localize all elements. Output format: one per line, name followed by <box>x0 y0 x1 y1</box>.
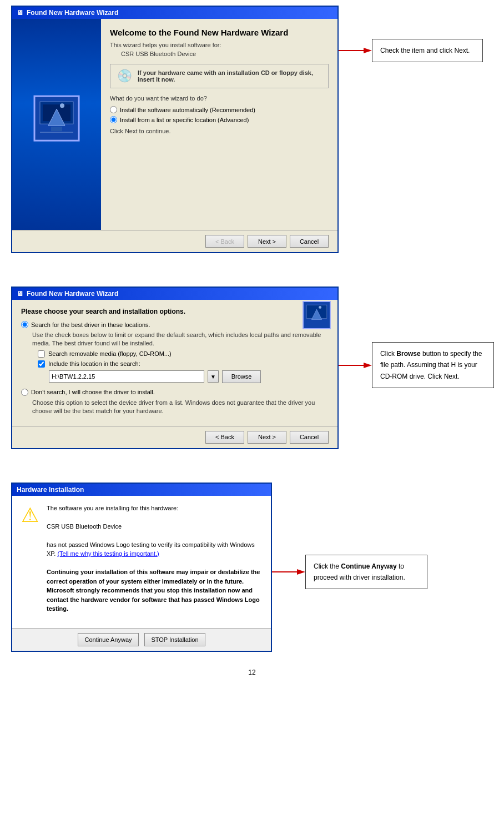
dialog-1-titlebar: 🖥 Found New Hardware Wizard <box>12 7 337 19</box>
annotation-group-1: Check the item and click Next. <box>339 39 483 62</box>
radio-dont-search-input[interactable] <box>21 389 28 396</box>
hw-install-text: The software you are installing for this… <box>47 504 262 614</box>
cd-icon: 💿 <box>117 69 132 83</box>
sidebar-hw-icon <box>32 93 82 145</box>
warning-line1: has not passed Windows Logo testing to v… <box>47 540 262 559</box>
svg-marker-8 <box>364 48 372 53</box>
dialog-2-wrapper: 🖥 Found New Hardware Wizard Please choo <box>11 287 339 466</box>
wizard-device-1: CSR USB Bluetooth Device <box>121 51 329 57</box>
radio-automatic[interactable] <box>110 106 117 113</box>
svg-rect-4 <box>51 127 62 131</box>
warning-link[interactable]: (Tell me why this testing is important.) <box>57 550 159 557</box>
option-section-1: Search for the best driver in these loca… <box>21 321 329 383</box>
checkbox-row-1[interactable]: Search removable media (floppy, CD-ROM..… <box>38 350 329 358</box>
click-next-text-1: Click Next to continue. <box>110 128 329 134</box>
dialog-1-body: Welcome to the Found New Hardware Wizard… <box>12 19 337 252</box>
hw-install-header: ⚠ The software you are installing for th… <box>21 504 262 614</box>
cd-insert-box: 💿 If your hardware came with an installa… <box>110 64 329 88</box>
hardware-svg-icon <box>32 93 82 143</box>
top-right-icon <box>301 300 332 332</box>
wizard-heading-1: Welcome to the Found New Hardware Wizard <box>110 28 329 37</box>
radio-dont-search[interactable]: Don't search, I will choose the driver t… <box>21 389 329 396</box>
warning-device: CSR USB Bluetooth Device <box>47 522 262 531</box>
wizard-layout-1: Welcome to the Found New Hardware Wizard… <box>12 19 337 230</box>
warning-intro: The software you are installing for this… <box>47 504 262 513</box>
annotation-box-3: Click the Continue Anyway to proceed wit… <box>305 555 427 590</box>
next-button-1[interactable]: Next > <box>248 235 286 248</box>
radio-label-1: Install the software automatically (Reco… <box>120 107 255 113</box>
checkbox-label-2: Include this location in the search: <box>48 360 140 367</box>
browse-button[interactable]: Browse <box>222 370 261 383</box>
cancel-button-2[interactable]: Cancel <box>290 431 329 444</box>
cd-insert-text: If your hardware came with an installati… <box>138 69 321 83</box>
checkbox-removable-media[interactable] <box>38 350 45 358</box>
annotation-group-3: Click the Continue Anyway to proceed wit… <box>272 555 427 590</box>
radio-option-2[interactable]: Install from a list or specific location… <box>110 116 329 123</box>
section-2: 🖥 Found New Hardware Wizard Please choo <box>11 287 493 466</box>
option-section-2: Don't search, I will choose the driver t… <box>21 389 329 416</box>
stop-installation-button[interactable]: STOP Installation <box>144 633 205 646</box>
continue-anyway-button[interactable]: Continue Anyway <box>78 633 139 646</box>
dialog-3: Hardware Installation ⚠ The software you… <box>11 483 272 652</box>
radio-search-best-label: Search for the best driver in these loca… <box>31 321 150 328</box>
back-button-1[interactable]: < Back <box>205 235 244 248</box>
search-content: Please choose your search and installati… <box>12 300 337 426</box>
checkbox-include-location[interactable] <box>38 360 45 368</box>
next-button-2[interactable]: Next > <box>248 431 286 444</box>
browse-bold: Browse <box>396 350 420 358</box>
dialog-2: 🖥 Found New Hardware Wizard Please choo <box>11 287 339 449</box>
svg-marker-14 <box>364 363 372 368</box>
dialog-1-wrapper: 🖥 Found New Hardware Wizard <box>11 6 339 270</box>
radio-dont-search-label: Don't search, I will choose the driver t… <box>31 389 155 395</box>
dialog-3-titlebar: Hardware Installation <box>12 484 271 496</box>
wizard-question: What do you want the wizard to do? <box>110 95 329 102</box>
path-row: ▼ Browse <box>49 370 329 383</box>
path-input[interactable] <box>49 370 204 383</box>
back-button-2[interactable]: < Back <box>205 431 244 444</box>
radio-label-2: Install from a list or specific location… <box>120 117 249 123</box>
dropdown-arrow[interactable]: ▼ <box>208 370 219 383</box>
annotation-box-2: Click Browse button to specify the file … <box>372 342 494 388</box>
radio-specific[interactable] <box>110 116 117 123</box>
arrow-2 <box>339 360 372 371</box>
dialog-2-body: Please choose your search and installati… <box>12 300 337 448</box>
wizard-content-1: Welcome to the Found New Hardware Wizard… <box>101 19 337 230</box>
dialog-2-heading: Please choose your search and installati… <box>21 308 329 315</box>
svg-marker-16 <box>297 569 305 575</box>
hardware-svg-icon-2 <box>301 300 332 330</box>
section-3: Hardware Installation ⚠ The software you… <box>11 483 493 652</box>
dialog-3-title: Hardware Installation <box>17 486 84 494</box>
cancel-button-1[interactable]: Cancel <box>290 235 329 248</box>
annotation-2-line1: Click Browse button to specify the file … <box>380 350 482 380</box>
section-1: 🖥 Found New Hardware Wizard <box>11 6 493 270</box>
warning-icon: ⚠ <box>21 504 39 614</box>
arrow-3 <box>272 566 305 577</box>
annotation-group-2: Click Browse button to specify the file … <box>339 342 494 388</box>
wizard-icon-2: 🖥 <box>17 290 23 298</box>
dialog-3-footer: Continue Anyway STOP Installation <box>12 628 271 651</box>
radio-option-1[interactable]: Install the software automatically (Reco… <box>110 106 329 113</box>
radio-search-best[interactable]: Search for the best driver in these loca… <box>21 321 329 328</box>
wizard-subtitle-1: This wizard helps you install software f… <box>110 42 329 48</box>
radio-group-1: Install the software automatically (Reco… <box>110 106 329 123</box>
warning-bold: Continuing your installation of this sof… <box>47 567 262 614</box>
dialog-1: 🖥 Found New Hardware Wizard <box>11 6 339 253</box>
dialog-1-title: Found New Hardware Wizard <box>27 9 118 17</box>
dialog-2-titlebar: 🖥 Found New Hardware Wizard <box>12 288 337 300</box>
annotation-3-text: Click the Continue Anyway to proceed wit… <box>314 562 405 581</box>
dialog-2-title: Found New Hardware Wizard <box>27 290 118 298</box>
wizard-sidebar-1 <box>12 19 101 230</box>
option2-desc: Choose this option to select the device … <box>32 399 329 416</box>
radio-search-best-input[interactable] <box>21 321 28 328</box>
option1-desc: Use the check boxes below to limit or ex… <box>32 331 329 348</box>
checkbox-section: Search removable media (floppy, CD-ROM..… <box>38 350 329 383</box>
wizard-footer-2: < Back Next > Cancel <box>12 426 337 448</box>
dialog-3-body: ⚠ The software you are installing for th… <box>12 496 271 628</box>
checkbox-row-2[interactable]: Include this location in the search: <box>38 360 329 368</box>
checkbox-label-1: Search removable media (floppy, CD-ROM..… <box>48 350 172 357</box>
continue-bold: Continue Anyway <box>341 562 396 570</box>
wizard-icon-1: 🖥 <box>17 9 23 17</box>
dialog-3-wrapper: Hardware Installation ⚠ The software you… <box>11 483 272 652</box>
annotation-text-1: Check the item and click Next. <box>380 47 470 54</box>
arrow-1 <box>339 45 372 56</box>
